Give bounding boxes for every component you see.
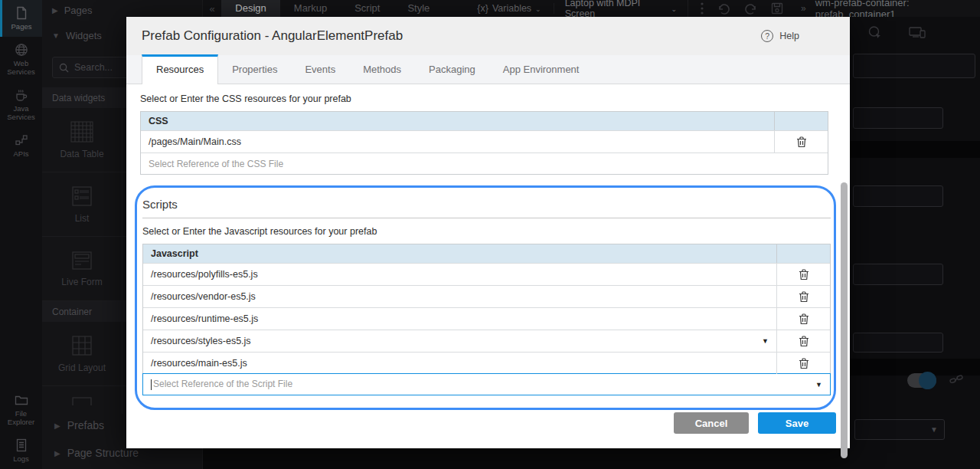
variables-menu[interactable]: {x} Variables ⌄: [465, 3, 554, 14]
widget-label: Data Table: [60, 149, 103, 159]
dialog-scrollbar[interactable]: [841, 182, 848, 458]
rail-item-label: Logs: [13, 455, 29, 464]
script-resources-table: Javascript /resources/polyfills-es5.js /…: [142, 244, 831, 395]
save-icon-button[interactable]: [764, 2, 790, 15]
cancel-button[interactable]: Cancel: [674, 412, 749, 434]
help-button[interactable]: ? Help: [761, 30, 799, 42]
rail-item-apis[interactable]: APIs: [0, 127, 42, 164]
collapse-sidebar-button[interactable]: «: [203, 3, 221, 15]
rail-item-logs[interactable]: Logs: [0, 432, 42, 469]
expand-panel-button[interactable]: »: [801, 3, 806, 14]
text-caret: [151, 379, 152, 390]
sidebar-item-label: Page Structure: [67, 447, 139, 459]
dialog-title: Prefab Configuration - AngularElementPre…: [142, 28, 403, 44]
chevron-down-icon: ⌄: [535, 5, 541, 13]
tab-methods[interactable]: Methods: [349, 55, 415, 84]
script-resource-value: /resources/runtime-es5.js: [151, 313, 258, 324]
rail-item-web-services[interactable]: Web Services: [0, 37, 42, 82]
rail-item-java-services[interactable]: Java Services: [0, 82, 42, 127]
scripts-instruction: Select or Enter the Javascript resources…: [142, 226, 826, 237]
tab-app-environment[interactable]: App Environment: [489, 55, 593, 84]
toolbar-tab-style[interactable]: Style: [394, 0, 443, 17]
delete-row-button[interactable]: [776, 264, 830, 285]
pages-icon: [14, 5, 29, 21]
list-icon: [71, 185, 93, 207]
toolbar-tab-script[interactable]: Script: [341, 0, 394, 17]
rail-item-label: Pages: [11, 23, 32, 31]
dropdown-arrow-icon[interactable]: ▼: [815, 381, 822, 389]
tab-properties[interactable]: Properties: [218, 55, 291, 84]
css-instruction: Select or Enter the CSS resources for yo…: [140, 93, 850, 104]
table-row: /resources/polyfills-es5.js: [143, 263, 830, 285]
save-button[interactable]: Save: [758, 412, 836, 434]
table-row: /resources/main-es5.js: [143, 352, 830, 374]
grid-layout-icon: [71, 335, 93, 356]
tab-packaging[interactable]: Packaging: [415, 55, 489, 84]
chevron-down-icon: ▼: [930, 425, 938, 434]
properties-panel: ▼: [850, 17, 980, 469]
left-rail: Pages Web Services Java Services APIs Fi…: [0, 0, 42, 469]
panel-field: [853, 333, 943, 353]
widget-cell-partial: [42, 386, 122, 414]
javascript-column-header: Javascript: [143, 248, 776, 259]
panel-select[interactable]: ▼: [854, 419, 945, 440]
panel-field: [853, 264, 943, 285]
api-icon: [14, 133, 29, 148]
delete-row-button[interactable]: [776, 353, 830, 374]
chevron-right-icon: ▶: [52, 6, 58, 15]
chevron-right-icon: ▶: [54, 449, 60, 458]
rail-item-label: File Explorer: [2, 410, 41, 427]
link-icon[interactable]: [949, 374, 963, 385]
redo-button[interactable]: [737, 3, 764, 15]
inspect-icon[interactable]: [867, 25, 884, 41]
table-row: /resources/vendor-es5.js: [143, 285, 830, 307]
rail-item-label: APIs: [13, 150, 28, 159]
delete-row-button[interactable]: [776, 286, 830, 307]
delete-row-button[interactable]: [776, 330, 830, 352]
more-options-button[interactable]: [688, 2, 710, 15]
table-row: /resources/runtime-es5.js: [143, 307, 830, 330]
script-resource-value: /resources/styles-es5.js: [151, 336, 251, 346]
scripts-heading: Scripts: [142, 198, 831, 218]
table-row: /pages/Main/Main.css: [141, 130, 828, 153]
panel-field: [853, 185, 943, 207]
panel-field: [853, 54, 975, 78]
css-resource-value: /pages/Main/Main.css: [149, 136, 241, 147]
sidebar-item-label: Widgets: [66, 30, 102, 41]
widget-live-form[interactable]: Live Form: [42, 237, 122, 301]
chevron-right-icon: ▶: [54, 421, 60, 430]
dialog-tab-bar: Resources Properties Events Methods Pack…: [126, 55, 850, 84]
toolbar-tab-markup[interactable]: Markup: [280, 0, 341, 17]
script-resource-value: /resources/main-es5.js: [151, 358, 247, 369]
tab-events[interactable]: Events: [291, 55, 349, 84]
top-toolbar: « Design Markup Script Style {x} Variabl…: [203, 0, 980, 17]
globe-icon: [14, 42, 29, 57]
widget-list[interactable]: List: [42, 172, 122, 237]
widget-grid-layout[interactable]: Grid Layout: [42, 322, 122, 386]
logs-icon: [14, 438, 29, 453]
tab-resources[interactable]: Resources: [142, 54, 218, 84]
devices-icon[interactable]: [908, 25, 926, 41]
rail-item-file-explorer[interactable]: File Explorer: [0, 387, 42, 432]
toolbar-tab-design[interactable]: Design: [221, 0, 279, 17]
data-table-icon: [70, 121, 93, 143]
help-icon: ?: [761, 30, 773, 42]
dropdown-arrow-icon[interactable]: ▼: [762, 337, 769, 345]
sidebar-item-label: Prefabs: [67, 419, 104, 431]
script-reference-input[interactable]: Select Reference of the Script File ▼: [142, 373, 831, 395]
undo-button[interactable]: [710, 3, 737, 15]
chevron-down-icon: ⌄: [671, 5, 677, 13]
delete-row-button[interactable]: [776, 308, 830, 330]
toggle-switch[interactable]: [907, 373, 936, 388]
css-column-header: CSS: [141, 116, 774, 126]
rail-item-pages[interactable]: Pages: [0, 0, 42, 37]
search-icon: [59, 63, 69, 73]
script-resource-value: /resources/polyfills-es5.js: [151, 269, 258, 280]
delete-row-button[interactable]: [774, 131, 828, 153]
chevron-down-icon: ▼: [52, 31, 60, 40]
css-reference-input[interactable]: Select Reference of the CSS File: [141, 153, 828, 174]
dialog-header: Prefab Configuration - AngularElementPre…: [126, 17, 850, 55]
scripts-highlight-outline: Scripts Select or Enter the Javascript r…: [135, 185, 836, 410]
device-selector[interactable]: Laptop with MDPI Screen ⌄: [554, 0, 688, 17]
widget-data-table[interactable]: Data Table: [42, 108, 122, 172]
